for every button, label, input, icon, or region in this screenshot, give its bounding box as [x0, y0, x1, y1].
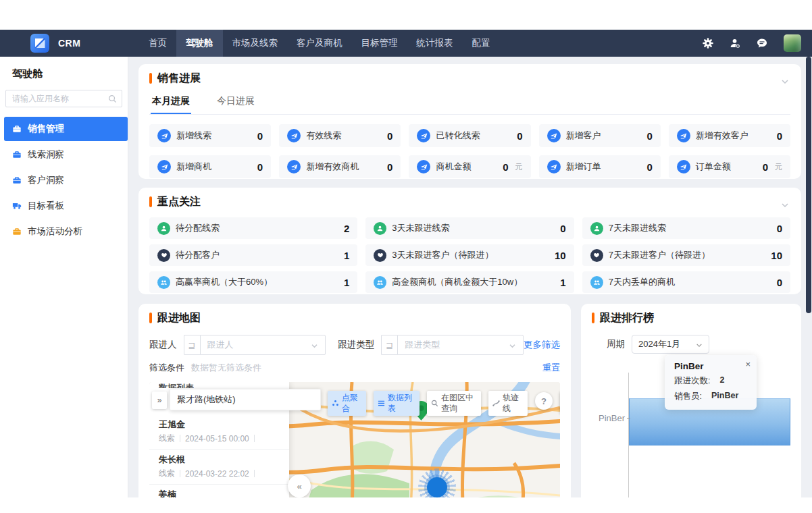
send-plane-icon	[157, 129, 171, 142]
focus-card-unassigned-leads[interactable]: 待分配线索2	[149, 217, 357, 239]
page-scrollbar[interactable]	[805, 57, 812, 497]
sidebar-item-sales-management[interactable]: 销售管理	[4, 117, 128, 141]
stat-card-converted-leads[interactable]: 已转化线索0	[409, 124, 530, 147]
sidebar-item-market-activity-analysis[interactable]: 市场活动分析	[4, 219, 128, 244]
sidebar-search	[5, 90, 122, 107]
person-icon	[590, 222, 603, 235]
chevron-down-icon	[509, 340, 516, 350]
panel-title-row: 重点关注	[149, 194, 790, 209]
map-help-button[interactable]: ?	[535, 392, 553, 410]
chevron-down-icon[interactable]	[781, 75, 789, 87]
top-navbar: CRM 首页 驾驶舱 市场及线索 客户及商机 目标管理 统计报表 配置	[0, 30, 812, 57]
sidebar: 驾驶舱 销售管理 线索洞察 客户洞察 目标看板 市场活动分析	[0, 57, 128, 497]
tab-month-progress[interactable]: 本月进展	[151, 90, 191, 114]
panel-title-row: 跟进地图	[149, 310, 560, 325]
divider	[180, 435, 180, 442]
collapse-panel-button[interactable]: «	[288, 475, 311, 497]
list-item[interactable]: 朱长根 线索2024-03-22 22:02	[149, 450, 289, 485]
sidebar-item-lead-insight[interactable]: 线索洞察	[4, 142, 128, 167]
period-select[interactable]: 2024年1月	[632, 335, 709, 354]
focus-card-7day-no-follow-leads[interactable]: 7天未跟进线索0	[582, 217, 790, 239]
list-icon	[378, 400, 385, 407]
title-accent-bar	[592, 313, 594, 323]
stat-card-new-opportunities[interactable]: 新增商机0	[149, 155, 271, 178]
follow-person-select[interactable]: 跟进人	[200, 335, 326, 355]
nav-item-cockpit[interactable]: 驾驶舱	[176, 30, 223, 57]
sidebar-item-customer-insight[interactable]: 客户洞察	[4, 168, 128, 192]
map-filters: 跟进人 ⊒ 跟进人 跟进类型 ⊒ 跟进类型 更多筛选	[149, 335, 560, 355]
stat-card-new-orders[interactable]: 新增订单0	[539, 155, 661, 178]
send-plane-icon	[677, 129, 690, 142]
divider	[254, 470, 255, 477]
expand-panel-button[interactable]: »	[152, 392, 167, 409]
map-toolbar: 点聚合 数据列表 在图区中查询 轨迹线	[328, 391, 560, 416]
focus-card-7day-lost-opportunities[interactable]: 7天内丢单的商机0	[582, 271, 790, 293]
nav-item-market-leads[interactable]: 市场及线索	[223, 30, 288, 57]
stat-card-new-customers[interactable]: 新增客户0	[539, 124, 661, 147]
focus-card-3day-no-follow-leads[interactable]: 3天未跟进线索0	[365, 217, 574, 239]
focus-card-7day-no-follow-customers[interactable]: 7天未跟进客户（待跟进）10	[582, 244, 790, 266]
chat-icon[interactable]	[757, 38, 767, 49]
follow-type-label: 跟进类型	[338, 339, 374, 351]
focus-card-3day-no-follow-customers[interactable]: 3天未跟进客户（待跟进）10	[365, 244, 574, 266]
nav-item-report[interactable]: 统计报表	[407, 30, 463, 57]
tab-today-progress[interactable]: 今日进展	[215, 90, 256, 114]
title-accent-bar	[149, 196, 152, 207]
heart-icon	[157, 249, 170, 262]
heart-icon	[374, 249, 386, 262]
stat-card-new-valid-opportunities[interactable]: 新增有效商机0	[279, 155, 401, 178]
avatar[interactable]	[784, 34, 801, 52]
record-name: 姜楠	[159, 489, 280, 497]
nav-item-config[interactable]: 配置	[463, 30, 500, 57]
scrollbar-thumb[interactable]	[806, 57, 811, 313]
more-filters-link[interactable]: 更多筛选	[524, 339, 560, 351]
send-plane-icon	[287, 129, 301, 142]
list-item[interactable]: 姜楠 线索2024-01-11 00:00	[149, 485, 289, 497]
map-canvas[interactable]: 数据列表 王旭金 线索2024-05-15 00:00 朱长根 线索2024-0…	[149, 382, 560, 497]
data-list-header: 数据列表	[159, 382, 194, 388]
chevron-down-icon	[696, 340, 703, 350]
send-plane-icon	[677, 160, 690, 173]
focus-card-high-winrate-opportunities[interactable]: 高赢率商机（大于60%）1	[149, 271, 357, 293]
follow-map-title: 跟进地图	[157, 311, 201, 325]
nav-item-customer-opportunity[interactable]: 客户及商机	[287, 30, 352, 57]
cluster-icon	[332, 400, 339, 407]
panel-title-row: 销售进展	[149, 71, 790, 86]
group-icon	[374, 276, 386, 289]
person-icon	[374, 222, 386, 235]
reset-link[interactable]: 重置	[542, 362, 560, 374]
search-in-view-button[interactable]: 在图区中查询	[427, 391, 481, 416]
sidebar-title: 驾驶舱	[0, 65, 128, 90]
stat-card-opportunity-amount[interactable]: 商机金额0元	[409, 155, 530, 178]
sidebar-item-label: 目标看板	[28, 200, 64, 212]
sales-progress-panel: 销售进展 本月进展 今日进展 新增线索0 有效线索0 已转化线索0 新增客户0 …	[138, 64, 801, 179]
user-icon[interactable]	[730, 38, 740, 49]
chevron-down-icon[interactable]	[781, 198, 789, 211]
stat-card-valid-leads[interactable]: 有效线索0	[279, 124, 401, 147]
stat-card-order-amount[interactable]: 订单金额0元	[669, 155, 790, 178]
close-icon[interactable]: ×	[745, 359, 751, 369]
y-axis-tick-label: PinBer	[599, 413, 630, 423]
data-list-toggle-button[interactable]: 数据列表	[374, 391, 420, 416]
stat-card-new-leads[interactable]: 新增线索0	[149, 124, 271, 147]
contains-operator-box[interactable]: ⊒	[184, 335, 200, 355]
gear-icon[interactable]	[703, 38, 713, 49]
follow-type-select[interactable]: 跟进类型	[397, 335, 524, 355]
divider	[254, 435, 255, 442]
send-plane-icon	[547, 129, 561, 142]
focus-card-unassigned-customers[interactable]: 待分配客户1	[149, 244, 357, 266]
track-line-button[interactable]: 轨迹线	[488, 391, 528, 416]
app-search-input[interactable]	[5, 90, 122, 107]
contains-operator-box[interactable]: ⊒	[381, 335, 397, 355]
focus-card-high-amount-opportunities[interactable]: 高金额商机（商机金额大于10w）1	[365, 271, 574, 293]
nav-item-target-management[interactable]: 目标管理	[352, 30, 407, 57]
cluster-toggle-button[interactable]: 点聚合	[328, 391, 366, 416]
stat-card-new-valid-customers[interactable]: 新增有效客户0	[669, 124, 790, 147]
sidebar-item-target-board[interactable]: 目标看板	[4, 194, 128, 218]
list-item[interactable]: 王旭金 线索2024-05-15 00:00	[149, 414, 289, 450]
sidebar-item-label: 线索洞察	[28, 148, 64, 161]
send-plane-icon	[157, 160, 171, 173]
map-search-input[interactable]	[170, 389, 320, 410]
cluster-core	[427, 477, 447, 497]
nav-item-home[interactable]: 首页	[139, 30, 176, 57]
